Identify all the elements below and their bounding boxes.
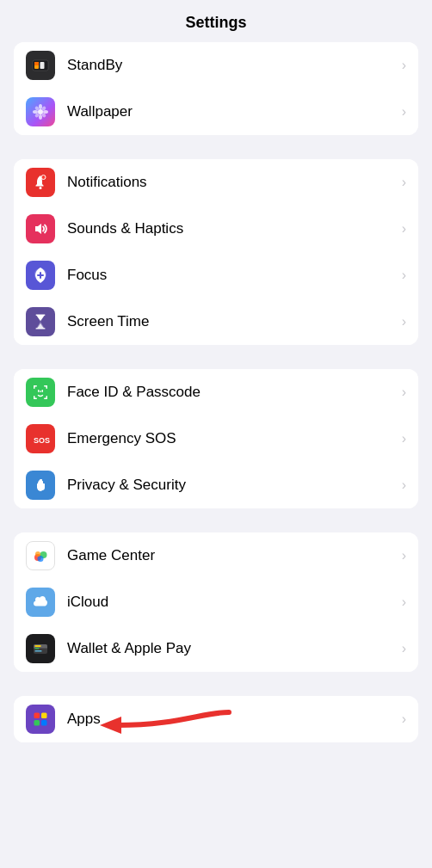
svg-text:SOS: SOS xyxy=(34,436,50,445)
icloud-icon xyxy=(26,588,55,617)
settings-group-5: Apps › xyxy=(14,696,418,742)
page-header: Settings xyxy=(0,0,432,42)
svg-rect-28 xyxy=(38,390,40,392)
svg-rect-19 xyxy=(36,328,46,329)
svg-rect-48 xyxy=(34,720,40,726)
apps-label: Apps xyxy=(67,711,397,728)
settings-row-wallpaper[interactable]: Wallpaper › xyxy=(14,89,418,135)
svg-point-5 xyxy=(39,104,42,109)
focus-chevron: › xyxy=(402,268,406,283)
screentime-chevron: › xyxy=(402,314,406,329)
settings-row-notifications[interactable]: Notifications › xyxy=(14,159,418,206)
settings-row-wallet[interactable]: Wallet & Apple Pay › xyxy=(14,625,418,672)
sounds-icon xyxy=(26,214,55,243)
svg-rect-23 xyxy=(46,385,48,389)
gamecenter-icon xyxy=(26,541,55,570)
page-title: Settings xyxy=(185,14,246,31)
svg-point-6 xyxy=(39,114,42,120)
notifications-chevron: › xyxy=(402,175,406,190)
faceid-icon xyxy=(26,378,55,407)
apps-icon xyxy=(26,705,55,734)
wallet-label: Wallet & Apple Pay xyxy=(67,640,397,657)
standby-chevron: › xyxy=(402,58,406,73)
screentime-icon xyxy=(26,307,55,336)
sos-chevron: › xyxy=(402,431,406,446)
wallpaper-icon xyxy=(26,97,55,126)
wallet-chevron: › xyxy=(402,641,406,656)
settings-row-icloud[interactable]: iCloud › xyxy=(14,579,418,625)
privacy-chevron: › xyxy=(402,477,406,493)
faceid-chevron: › xyxy=(402,385,406,400)
svg-rect-3 xyxy=(34,62,39,65)
sounds-label: Sounds & Haptics xyxy=(67,220,397,237)
gamecenter-chevron: › xyxy=(402,548,406,563)
svg-rect-47 xyxy=(41,713,47,719)
settings-group-4: Game Center › iCloud › Wallet & Apple Pa… xyxy=(14,532,418,672)
wallpaper-chevron: › xyxy=(402,104,406,120)
svg-rect-27 xyxy=(46,396,48,399)
svg-point-39 xyxy=(35,551,40,557)
settings-row-faceid[interactable]: Face ID & Passcode › xyxy=(14,369,418,416)
focus-icon xyxy=(26,261,55,290)
notifications-icon xyxy=(26,168,55,197)
settings-row-standby[interactable]: StandBy › xyxy=(14,42,418,89)
svg-point-38 xyxy=(38,556,44,562)
svg-point-7 xyxy=(33,110,38,114)
standby-label: StandBy xyxy=(67,57,397,74)
svg-rect-46 xyxy=(34,713,40,719)
wallpaper-label: Wallpaper xyxy=(67,103,397,120)
svg-rect-34 xyxy=(37,483,40,489)
screentime-label: Screen Time xyxy=(67,313,397,330)
settings-row-gamecenter[interactable]: Game Center › xyxy=(14,532,418,579)
settings-row-apps[interactable]: Apps › xyxy=(14,696,418,742)
svg-rect-2 xyxy=(40,62,45,69)
settings-row-focus[interactable]: Focus › xyxy=(14,252,418,299)
svg-point-4 xyxy=(38,109,43,114)
settings-group-2: Notifications › Sounds & Haptics › Focus… xyxy=(14,159,418,345)
settings-row-sos[interactable]: SOS Emergency SOS › xyxy=(14,416,418,462)
settings-row-sounds[interactable]: Sounds & Haptics › xyxy=(14,206,418,252)
gamecenter-label: Game Center xyxy=(67,547,397,564)
svg-rect-49 xyxy=(41,720,47,726)
sounds-chevron: › xyxy=(402,221,406,237)
svg-rect-30 xyxy=(40,391,41,392)
settings-row-privacy[interactable]: Privacy & Security › xyxy=(14,462,418,508)
svg-rect-25 xyxy=(34,396,35,399)
svg-rect-43 xyxy=(35,645,41,647)
privacy-icon xyxy=(26,471,55,500)
faceid-label: Face ID & Passcode xyxy=(67,384,397,401)
svg-point-8 xyxy=(43,110,48,114)
icloud-chevron: › xyxy=(402,594,406,610)
svg-point-15 xyxy=(41,175,46,180)
settings-row-screentime[interactable]: Screen Time › xyxy=(14,299,418,345)
notifications-label: Notifications xyxy=(67,174,397,191)
standby-icon xyxy=(26,51,55,80)
sos-icon: SOS xyxy=(26,424,55,453)
settings-group-3: Face ID & Passcode › SOS Emergency SOS ›… xyxy=(14,369,418,508)
svg-rect-18 xyxy=(36,315,46,316)
icloud-label: iCloud xyxy=(67,594,397,611)
privacy-label: Privacy & Security xyxy=(67,477,397,494)
wallet-icon xyxy=(26,634,55,663)
settings-group-1: StandBy › Wallpaper › xyxy=(14,42,418,135)
focus-label: Focus xyxy=(67,267,397,284)
svg-rect-29 xyxy=(42,390,44,392)
svg-point-13 xyxy=(40,187,42,189)
svg-rect-35 xyxy=(41,483,44,489)
svg-rect-21 xyxy=(34,385,35,389)
svg-marker-16 xyxy=(35,224,41,234)
svg-rect-45 xyxy=(35,650,42,652)
sos-label: Emergency SOS xyxy=(67,430,397,447)
apps-chevron: › xyxy=(402,711,406,727)
svg-rect-44 xyxy=(35,648,40,649)
